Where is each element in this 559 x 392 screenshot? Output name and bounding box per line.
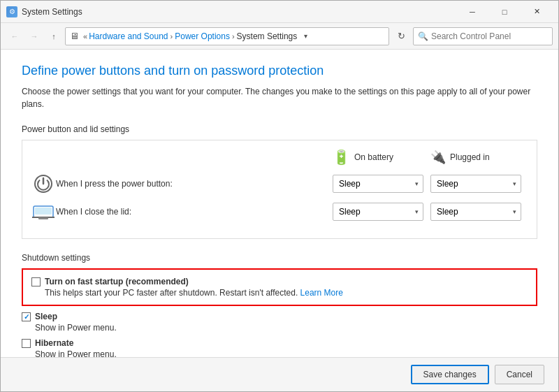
table-header: 🔋 On battery 🔌 Plugged in xyxy=(31,149,528,166)
main-content: Define power buttons and turn on passwor… xyxy=(1,50,558,357)
cancel-button[interactable]: Cancel xyxy=(495,365,544,384)
dropdown-arrow-icon: ▾ xyxy=(415,180,419,187)
computer-icon: 🖥 xyxy=(70,31,79,41)
title-bar: ⚙ System Settings ─ □ ✕ xyxy=(1,1,558,23)
power-button-plugged-dropdown[interactable]: Sleep ▾ xyxy=(430,175,521,193)
power-button-row: When I press the power button: Sleep ▾ S… xyxy=(31,174,528,194)
fast-startup-row: Turn on fast startup (recommended) xyxy=(31,277,528,286)
close-lid-plugged-dropdown[interactable]: Sleep ▾ xyxy=(430,203,521,221)
fast-startup-desc: This helps start your PC faster after sh… xyxy=(45,288,528,298)
save-changes-button[interactable]: Save changes xyxy=(411,365,489,384)
sleep-row: ✓ Sleep xyxy=(22,312,537,321)
window-icon: ⚙ xyxy=(6,6,17,17)
fast-startup-box: Turn on fast startup (recommended) This … xyxy=(22,268,537,306)
lid-icon xyxy=(31,202,56,222)
breadcrumb-current: System Settings xyxy=(237,31,298,41)
breadcrumb-sep2: › xyxy=(232,32,235,41)
page-title: Define power buttons and turn on passwor… xyxy=(22,64,537,78)
breadcrumb: 🖥 « Hardware and Sound › Power Options ›… xyxy=(65,27,389,45)
sleep-label: Sleep xyxy=(35,312,57,321)
window-title: System Settings xyxy=(22,7,82,17)
title-bar-controls: ─ □ ✕ xyxy=(456,1,553,23)
back-button[interactable]: ← xyxy=(6,28,23,45)
breadcrumb-item-hardware[interactable]: Hardware and Sound xyxy=(89,31,168,41)
hibernate-setting: Hibernate Show in Power menu. xyxy=(22,338,537,357)
hibernate-label: Hibernate xyxy=(35,338,73,348)
fast-startup-checkbox[interactable] xyxy=(31,277,41,286)
sleep-setting: ✓ Sleep Show in Power menu. xyxy=(22,312,537,333)
power-button-section-label: Power button and lid settings xyxy=(22,124,537,134)
power-button-icon xyxy=(31,174,56,194)
shutdown-settings: Shutdown settings Turn on fast startup (… xyxy=(22,253,537,357)
breadcrumb-sep1: › xyxy=(170,32,173,41)
system-settings-window: ⚙ System Settings ─ □ ✕ ← → ↑ 🖥 « Hardwa… xyxy=(0,0,559,392)
hibernate-desc: Show in Power menu. xyxy=(35,349,537,357)
search-input[interactable] xyxy=(431,31,548,41)
svg-rect-2 xyxy=(35,208,52,215)
title-bar-left: ⚙ System Settings xyxy=(6,6,82,17)
hibernate-row: Hibernate xyxy=(22,338,537,348)
maximize-button[interactable]: □ xyxy=(488,1,521,23)
page-description: Choose the power settings that you want … xyxy=(22,85,537,110)
refresh-button[interactable]: ↻ xyxy=(392,27,410,45)
battery-icon: 🔋 xyxy=(333,149,350,166)
plugged-in-header: 🔌 Plugged in xyxy=(430,149,528,166)
shutdown-section-label: Shutdown settings xyxy=(22,253,537,263)
close-button[interactable]: ✕ xyxy=(521,1,553,23)
minimize-button[interactable]: ─ xyxy=(456,1,488,23)
content-area: Define power buttons and turn on passwor… xyxy=(1,50,558,357)
up-button[interactable]: ↑ xyxy=(45,28,62,45)
power-settings-table: 🔋 On battery 🔌 Plugged in xyxy=(22,140,537,239)
forward-button[interactable]: → xyxy=(26,28,43,45)
dropdown-arrow-icon: ▾ xyxy=(513,208,516,215)
breadcrumb-dropdown-button[interactable]: ▾ xyxy=(298,27,312,45)
checkmark-icon: ✓ xyxy=(24,313,29,321)
learn-more-link[interactable]: Learn More xyxy=(300,288,343,298)
breadcrumb-sep0: « xyxy=(83,32,87,41)
dropdown-arrow-icon: ▾ xyxy=(513,180,516,187)
hibernate-checkbox[interactable] xyxy=(22,339,31,348)
power-button-battery-cell: Sleep ▾ xyxy=(333,175,430,193)
sleep-desc: Show in Power menu. xyxy=(35,323,537,333)
search-icon: 🔍 xyxy=(418,31,428,41)
power-button-battery-dropdown[interactable]: Sleep ▾ xyxy=(333,175,423,193)
sleep-checkbox[interactable]: ✓ xyxy=(22,312,31,321)
dropdown-arrow-icon: ▾ xyxy=(415,208,419,215)
close-lid-plugged-cell: Sleep ▾ xyxy=(430,203,528,221)
plug-icon: 🔌 xyxy=(430,150,446,165)
breadcrumb-item-power[interactable]: Power Options xyxy=(175,31,230,41)
close-lid-battery-cell: Sleep ▾ xyxy=(333,203,430,221)
svg-rect-4 xyxy=(38,217,48,219)
bottom-bar: Save changes Cancel xyxy=(1,357,558,391)
fast-startup-label: Turn on fast startup (recommended) xyxy=(45,277,189,286)
on-battery-header: 🔋 On battery xyxy=(333,149,430,166)
close-lid-battery-dropdown[interactable]: Sleep ▾ xyxy=(333,203,423,221)
address-bar: ← → ↑ 🖥 « Hardware and Sound › Power Opt… xyxy=(1,23,558,50)
close-lid-label: When I close the lid: xyxy=(56,207,333,217)
power-button-label: When I press the power button: xyxy=(56,179,333,189)
power-button-plugged-cell: Sleep ▾ xyxy=(430,175,528,193)
search-bar: 🔍 xyxy=(413,27,553,45)
close-lid-row: When I close the lid: Sleep ▾ Sleep ▾ xyxy=(31,202,528,222)
